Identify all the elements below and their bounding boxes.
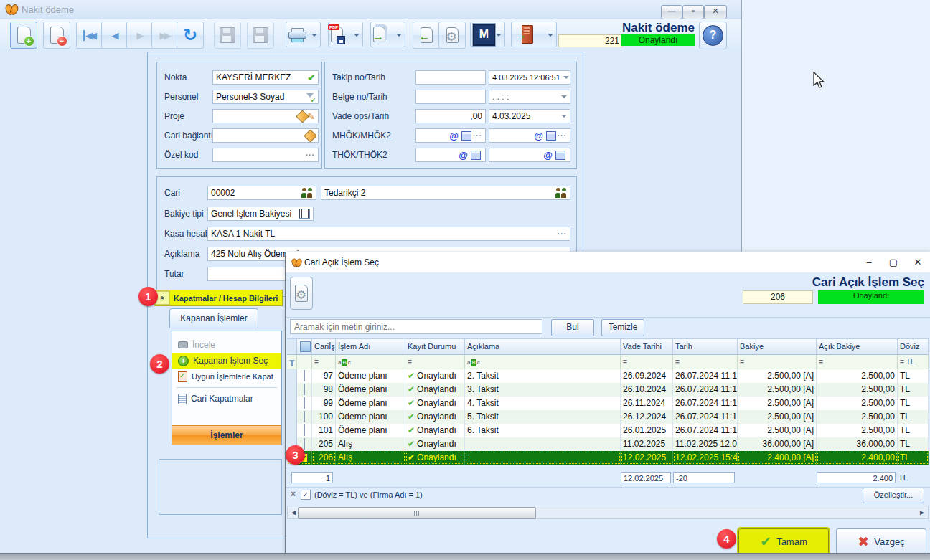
scrollbar-thumb[interactable] [298,507,536,519]
exit-dropdown-icon[interactable] [548,34,553,37]
horizontal-scrollbar[interactable]: ◄ ► [287,506,929,519]
scroll-right-icon[interactable]: ► [919,508,926,516]
row-checkbox[interactable] [304,411,305,422]
filter-check-icon[interactable] [306,92,315,102]
nokta-field[interactable]: KAYSERİ MERKEZ✔ [212,70,319,85]
filter-cell-tarih[interactable] [673,355,738,369]
pdf-export-button[interactable]: PDF [328,22,363,47]
last-record-button[interactable]: ▶▶ [151,22,179,49]
ellipsis-icon[interactable]: ··· [558,132,567,140]
menu-item-cari-kapatmalar[interactable]: Cari Kapatmalar [172,391,281,407]
cari-code-field[interactable]: 00002 [207,186,316,200]
menu-item-kapanan-islem-sec[interactable]: +Kapanan İşlem Seç [172,353,281,369]
calendar-icon[interactable] [555,151,565,160]
document-settings-button[interactable]: ⚙ [438,22,466,49]
personel-field[interactable]: Personel-3 Soyad [212,90,319,104]
proje-field[interactable]: ✎ [212,109,319,123]
takip-tarih-field[interactable]: 4.03.2025 12:06:51 [489,70,570,85]
filter-cell-id[interactable] [312,355,336,369]
cari-name-field[interactable]: Tedarikçi 2 [321,186,570,200]
filter-cell[interactable] [297,355,312,369]
filter-enabled-checkbox[interactable]: ✓ [301,490,311,500]
col-header-durum[interactable]: Kayıt Durumu [405,338,465,355]
table-row[interactable]: 97 Ödeme planı ✔Onaylandı 2. Taksit 26.0… [287,369,929,383]
thok-field[interactable]: @ [415,148,486,162]
row-checkbox[interactable] [304,438,305,450]
col-header-acik[interactable]: Açık Bakiye [817,338,898,355]
import-button[interactable]: ← [413,22,440,49]
dropdown-icon[interactable] [561,115,567,118]
table-row[interactable]: 205 Alış ✔Onaylandı 11.02.2025 11.02.202… [287,437,929,451]
menu-item-incele[interactable]: İncele [172,337,281,353]
dropdown-icon[interactable] [561,95,567,98]
help-button[interactable]: ? [699,22,727,49]
kapatmalar-section-header[interactable]: » Kapatmalar / Hesap Bilgileri [154,290,283,306]
table-row[interactable]: 99 Ödeme planı ✔Onaylandı 4. Taksit 26.1… [287,397,929,410]
next-record-button[interactable]: ▶ [126,22,154,49]
tab-kapanan-islemler[interactable]: Kapanan İşlemler [169,308,258,328]
new-record-button[interactable]: + [10,22,37,49]
barcode-icon[interactable] [299,209,310,219]
row-checkbox[interactable] [304,370,305,381]
filter-cell-durum[interactable] [405,355,465,369]
bul-button[interactable]: Bul [551,319,594,336]
search-input[interactable] [290,319,542,334]
filter-cell-acik[interactable] [817,355,898,369]
exit-button[interactable]: → [511,22,557,47]
pdf-dropdown-icon[interactable] [354,34,360,37]
menu-item-uygun-islemlerle-kapat[interactable]: Uygun İşlemlerle Kapat [172,369,281,384]
checkbox-header-icon[interactable] [300,341,311,352]
ellipsis-icon[interactable]: ··· [558,230,567,238]
scroll-left-icon[interactable]: ◄ [290,508,297,516]
tag-icon[interactable] [304,129,316,142]
filter-cell-vade[interactable] [621,355,673,369]
table-row-selected[interactable]: ✓ 206 Alış ✔Onaylandı 12.02.2025 12.02.2… [287,451,929,465]
cari-baglanti-field[interactable] [212,128,319,143]
col-header-tarih[interactable]: Tarih [673,338,738,355]
tamam-button[interactable]: ✔ Tamam [738,528,829,554]
calendar-icon[interactable] [461,131,471,141]
calendar-icon[interactable] [471,151,481,160]
dropdown-icon[interactable] [563,76,569,79]
col-header-vade[interactable]: Vade Tarihi [621,338,673,355]
at-icon[interactable]: @ [459,150,468,161]
mhok2-field[interactable]: @··· [489,128,570,143]
at-icon[interactable]: @ [449,130,459,141]
mhok-field[interactable]: @··· [415,128,486,143]
row-checkbox[interactable] [304,384,305,395]
at-icon[interactable]: @ [543,150,553,161]
refresh-button[interactable]: ↻ [177,22,204,49]
col-header-doviz[interactable]: Döviz [898,338,929,355]
copy-transfer-button[interactable]: → [370,22,405,47]
table-row[interactable]: 101 Ödeme planı ✔Onaylandı 6. Taksit 26.… [287,424,929,437]
ellipsis-icon[interactable]: ··· [306,151,315,159]
people-icon[interactable] [301,188,313,198]
dialog-settings-button[interactable]: ⚙ [290,277,313,310]
close-button[interactable]: ✕ [704,5,727,19]
maximize-button[interactable]: ▫ [682,5,704,19]
filter-cell-bakiye[interactable] [738,355,817,369]
filter-cell-doviz[interactable]: TL [898,355,929,369]
ellipsis-icon[interactable]: ··· [473,132,482,140]
at-icon[interactable]: @ [534,130,543,141]
delete-record-button[interactable]: − [43,22,70,49]
vazgec-button[interactable]: ✖ Vazgeç [836,528,926,554]
col-header-islem[interactable]: İşlem Adı [336,338,405,355]
calendar-icon[interactable] [546,131,556,141]
islemler-footer[interactable]: İşlemler [172,425,281,445]
print-button[interactable] [286,22,321,47]
row-checkbox[interactable] [304,424,305,436]
copy-dropdown-icon[interactable] [396,34,402,37]
customize-button[interactable]: Özelleştir... [863,488,924,503]
kasa-hesabi-field[interactable]: KASA 1 Nakit TL··· [207,227,570,241]
col-header-aciklama[interactable]: Açıklama [465,338,621,355]
vade-ops-field[interactable]: ,00 [415,109,486,123]
save-button[interactable] [214,22,241,49]
filter-cell-aciklama[interactable] [465,355,621,369]
vade-tarih-field[interactable]: 4.03.2025 [489,109,570,123]
thok2-field[interactable]: @ [489,148,570,162]
mikro-dropdown-icon[interactable] [496,34,502,37]
col-header-id[interactable]: Cariİş [312,338,336,355]
dialog-maximize-button[interactable]: ▢ [881,252,906,272]
dialog-minimize-button[interactable]: – [857,252,881,272]
